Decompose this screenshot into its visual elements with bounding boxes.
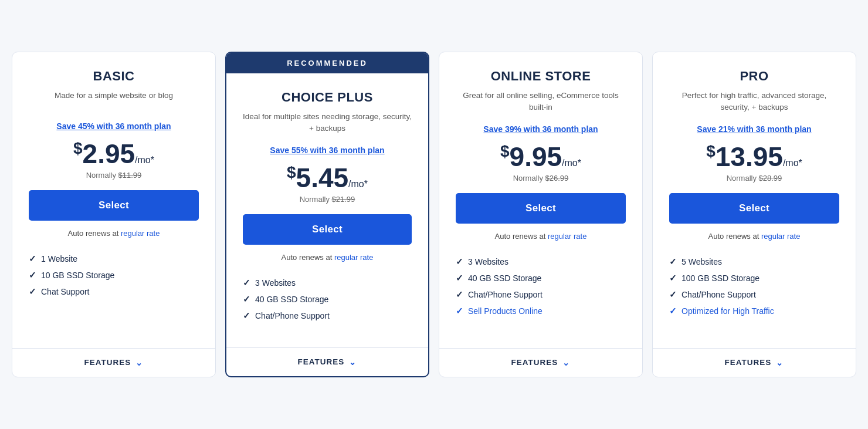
feature-text-choice-plus-0: 3 Websites: [255, 278, 296, 288]
feature-item-online-store-3: ✓ Sell Products Online: [456, 303, 626, 319]
feature-text-online-store-2: Chat/Phone Support: [468, 290, 542, 299]
rate-link-pro[interactable]: regular rate: [761, 232, 800, 241]
save-link-online-store[interactable]: Save 39% with 36 month plan: [456, 124, 626, 134]
check-icon-basic-2: ✓: [29, 286, 36, 297]
check-icon-choice-plus-1: ✓: [243, 294, 250, 305]
select-button-online-store[interactable]: Select: [456, 193, 626, 224]
price-suffix-online-store: /mo*: [562, 158, 581, 168]
price-block-pro: $13.95/mo*: [669, 143, 839, 170]
features-button-online-store[interactable]: FEATURES ⌄: [439, 358, 642, 367]
check-icon-online-store-2: ✓: [456, 289, 463, 300]
feature-text-online-store-1: 40 GB SSD Storage: [468, 273, 541, 283]
features-list-pro: ✓ 5 Websites ✓ 100 GB SSD Storage ✓ Chat…: [669, 254, 839, 325]
select-button-pro[interactable]: Select: [669, 193, 839, 224]
card-body-basic: BASICMade for a simple website or blogSa…: [12, 52, 215, 348]
price-suffix-basic: /mo*: [135, 155, 154, 165]
feature-item-online-store-1: ✓ 40 GB SSD Storage: [456, 270, 626, 286]
rate-link-choice-plus[interactable]: regular rate: [334, 253, 373, 262]
price-dollar-basic: $: [73, 139, 83, 157]
price-normal-choice-plus: Normally $21.99: [243, 195, 412, 204]
price-main-basic: $2.95/mo*: [73, 139, 154, 169]
card-footer-online-store: FEATURES ⌄: [439, 348, 642, 377]
auto-renew-basic: Auto renews at regular rate: [29, 229, 199, 238]
price-block-basic: $2.95/mo*: [29, 140, 199, 167]
feature-item-pro-2: ✓ Chat/Phone Support: [669, 286, 839, 303]
feature-item-pro-1: ✓ 100 GB SSD Storage: [669, 270, 839, 286]
card-footer-pro: FEATURES ⌄: [653, 348, 856, 377]
price-main-pro: $13.95/mo*: [706, 141, 802, 172]
recommended-badge: RECOMMENDED: [226, 53, 428, 73]
save-link-pro[interactable]: Save 21% with 36 month plan: [669, 124, 839, 134]
features-button-pro[interactable]: FEATURES ⌄: [653, 358, 856, 367]
chevron-down-icon-online-store: ⌄: [562, 358, 570, 367]
check-icon-online-store-1: ✓: [456, 273, 463, 283]
plan-card-basic: BASICMade for a simple website or blogSa…: [12, 52, 216, 377]
check-icon-basic-1: ✓: [29, 270, 36, 281]
select-button-basic[interactable]: Select: [29, 190, 199, 221]
price-normal-pro: Normally $28.99: [669, 174, 839, 183]
features-list-basic: ✓ 1 Website ✓ 10 GB SSD Storage ✓ Chat S…: [29, 251, 199, 325]
auto-renew-choice-plus: Auto renews at regular rate: [243, 253, 412, 262]
auto-renew-online-store: Auto renews at regular rate: [456, 232, 626, 241]
feature-text-online-store-3: Sell Products Online: [468, 306, 542, 316]
card-footer-basic: FEATURES ⌄: [12, 348, 215, 377]
save-link-choice-plus[interactable]: Save 55% with 36 month plan: [243, 146, 412, 155]
plan-card-choice-plus: RECOMMENDEDCHOICE PLUSIdeal for multiple…: [225, 52, 429, 377]
check-icon-pro-3: ✓: [669, 306, 677, 316]
feature-text-basic-1: 10 GB SSD Storage: [41, 271, 114, 280]
feature-text-basic-2: Chat Support: [41, 287, 90, 296]
feature-item-pro-0: ✓ 5 Websites: [669, 254, 839, 270]
feature-item-basic-0: ✓ 1 Website: [29, 251, 199, 267]
check-icon-pro-1: ✓: [669, 273, 677, 283]
feature-item-basic-2: ✓ Chat Support: [29, 283, 199, 300]
rate-link-online-store[interactable]: regular rate: [548, 232, 586, 241]
card-footer-choice-plus: FEATURES ⌄: [226, 347, 428, 376]
plan-name-choice-plus: CHOICE PLUS: [243, 90, 412, 105]
select-button-choice-plus[interactable]: Select: [243, 214, 412, 245]
features-button-basic[interactable]: FEATURES ⌄: [12, 358, 215, 367]
price-suffix-pro: /mo*: [783, 158, 802, 168]
plan-desc-basic: Made for a simple website or blog: [29, 90, 199, 111]
check-icon-pro-2: ✓: [669, 289, 677, 300]
feature-text-pro-2: Chat/Phone Support: [681, 290, 756, 299]
plan-name-online-store: ONLINE STORE: [456, 69, 626, 84]
save-link-basic[interactable]: Save 45% with 36 month plan: [29, 121, 199, 131]
feature-item-choice-plus-0: ✓ 3 Websites: [243, 275, 412, 291]
check-icon-choice-plus-2: ✓: [243, 310, 250, 321]
feature-text-online-store-0: 3 Websites: [468, 257, 508, 266]
check-icon-basic-0: ✓: [29, 254, 36, 264]
plan-name-pro: PRO: [669, 69, 839, 84]
check-icon-pro-0: ✓: [669, 256, 677, 267]
chevron-down-icon-basic: ⌄: [135, 358, 143, 367]
card-body-online-store: ONLINE STOREGreat for all online selling…: [439, 52, 642, 348]
price-block-choice-plus: $5.45/mo*: [243, 164, 412, 191]
chevron-down-icon-pro: ⌄: [776, 358, 784, 367]
check-icon-choice-plus-0: ✓: [243, 278, 250, 288]
feature-text-choice-plus-2: Chat/Phone Support: [255, 311, 330, 320]
price-dollar-online-store: $: [500, 142, 510, 160]
price-normal-basic: Normally $11.99: [29, 171, 199, 180]
price-main-choice-plus: $5.45/mo*: [287, 163, 368, 193]
plan-card-online-store: ONLINE STOREGreat for all online selling…: [439, 52, 643, 377]
features-list-choice-plus: ✓ 3 Websites ✓ 40 GB SSD Storage ✓ Chat/…: [243, 275, 412, 324]
feature-text-pro-3: Optimized for High Traffic: [681, 306, 774, 316]
chevron-down-icon-choice-plus: ⌄: [349, 357, 357, 367]
features-list-online-store: ✓ 3 Websites ✓ 40 GB SSD Storage ✓ Chat/…: [456, 254, 626, 325]
check-icon-online-store-0: ✓: [456, 256, 463, 267]
plan-name-basic: BASIC: [29, 69, 199, 84]
card-body-choice-plus: CHOICE PLUSIdeal for multiple sites need…: [226, 73, 428, 347]
check-icon-online-store-3: ✓: [456, 306, 463, 316]
features-label-online-store: FEATURES: [511, 358, 558, 367]
price-normal-online-store: Normally $26.99: [456, 174, 626, 183]
feature-text-pro-1: 100 GB SSD Storage: [681, 273, 760, 283]
feature-item-choice-plus-2: ✓ Chat/Phone Support: [243, 308, 412, 324]
price-main-online-store: $9.95/mo*: [500, 141, 581, 172]
features-label-choice-plus: FEATURES: [298, 357, 345, 366]
price-dollar-choice-plus: $: [287, 163, 296, 181]
feature-item-pro-3: ✓ Optimized for High Traffic: [669, 303, 839, 319]
rate-link-basic[interactable]: regular rate: [121, 229, 160, 238]
plan-desc-online-store: Great for all online selling, eCommerce …: [456, 90, 626, 114]
plan-card-pro: PROPerfect for high traffic, advanced st…: [652, 52, 856, 377]
auto-renew-pro: Auto renews at regular rate: [669, 232, 839, 241]
features-button-choice-plus[interactable]: FEATURES ⌄: [226, 357, 428, 367]
